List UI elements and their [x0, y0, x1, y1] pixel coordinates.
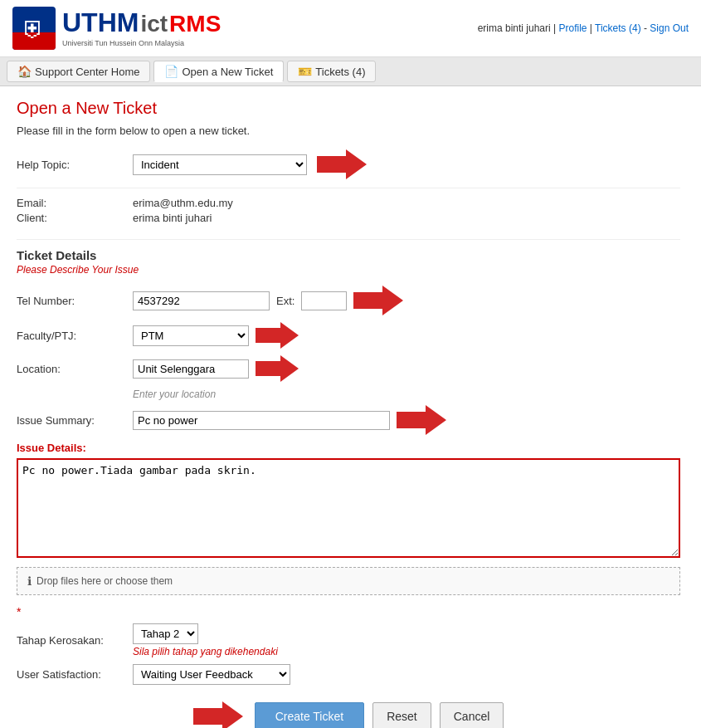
logo-ict: ict	[140, 11, 168, 37]
summary-row: Issue Summary:	[17, 405, 680, 435]
uthm-logo-shield	[12, 7, 56, 50]
logo-rms: RMS	[169, 11, 221, 37]
page-subtitle: Please fill in the form below to open a …	[17, 125, 680, 137]
logo-uthm: UTHM	[62, 9, 139, 36]
profile-link[interactable]: Profile	[558, 22, 587, 34]
satisfaction-input-group: Waiting User Feedback Satisfied Unsatisf…	[133, 664, 290, 685]
create-ticket-button[interactable]: Create Ticket	[255, 702, 364, 728]
summary-input-group	[133, 405, 446, 435]
tel-row: Tel Number: Ext:	[17, 286, 680, 315]
reset-button[interactable]: Reset	[372, 702, 431, 728]
info-icon: ℹ	[27, 574, 32, 588]
tahap-label: Tahap Kerosakan:	[17, 634, 133, 647]
tahap-select[interactable]: Tahap 1 Tahap 2 Tahap 3	[133, 623, 198, 644]
faculty-input-group: PTM FPTP FKEE	[133, 322, 299, 349]
email-value: erima@uthm.edu.my	[133, 197, 233, 209]
drop-files-text: Drop files here or choose them	[37, 575, 173, 587]
home-icon: 🏠	[17, 65, 32, 78]
faculty-label: Faculty/PTJ:	[17, 330, 133, 342]
details-section: Issue Details: Pc no power.Tiada gambar …	[17, 442, 680, 560]
client-value: erima binti juhari	[133, 212, 212, 224]
ext-label: Ext:	[276, 295, 295, 307]
ext-input[interactable]	[301, 291, 347, 310]
client-label: Client:	[17, 212, 133, 224]
svg-marker-3	[256, 355, 299, 382]
arrow-annotation-create	[193, 701, 243, 728]
faculty-row: Faculty/PTJ: PTM FPTP FKEE	[17, 322, 680, 349]
email-row: Email: erima@uthm.edu.my	[17, 197, 680, 209]
details-label: Issue Details:	[17, 442, 680, 454]
help-topic-row: Help Topic: Incident Service Request Gen…	[17, 149, 680, 188]
tickets-link[interactable]: Tickets (4)	[595, 22, 641, 34]
nav-open-label: Open a New Ticket	[182, 66, 273, 78]
user-nav: erima binti juhari | Profile | Tickets (…	[478, 22, 689, 34]
required-indicator: *	[17, 605, 680, 618]
location-row: Location:	[17, 355, 680, 382]
satisfaction-row: User Satisfaction: Waiting User Feedback…	[17, 664, 680, 685]
nav-support-label: Support Center Home	[35, 66, 139, 78]
help-topic-select[interactable]: Incident Service Request General Inquiry	[133, 154, 307, 175]
ticket-details-section: Ticket Details Please Describe Your Issu…	[17, 248, 680, 685]
arrow-annotation-5	[397, 405, 446, 435]
svg-marker-2	[256, 322, 299, 349]
arrow-annotation-4	[256, 355, 299, 382]
page-title: Open a New Ticket	[17, 99, 680, 118]
required-star: *	[17, 605, 21, 618]
cancel-button[interactable]: Cancel	[440, 702, 504, 728]
tahap-input-group: Tahap 1 Tahap 2 Tahap 3 Sila pilih tahap…	[133, 623, 278, 657]
user-name: erima binti juhari	[478, 22, 551, 34]
tickets-icon: 🎫	[298, 65, 312, 78]
svg-marker-4	[397, 405, 446, 435]
top-header: UTHM ictRMS Universiti Tun Hussein Onn M…	[0, 0, 701, 57]
arrow-annotation-2	[353, 286, 403, 315]
location-input[interactable]	[133, 359, 249, 379]
arrow-annotation-1	[317, 149, 367, 179]
logo-area: UTHM ictRMS Universiti Tun Hussein Onn M…	[12, 7, 221, 50]
drop-files-area[interactable]: ℹ Drop files here or choose them	[17, 567, 680, 595]
nav-support-center[interactable]: 🏠 Support Center Home	[7, 61, 150, 82]
satisfaction-select[interactable]: Waiting User Feedback Satisfied Unsatisf…	[133, 664, 290, 685]
buttons-row: Create Ticket Reset Cancel	[17, 701, 680, 728]
nav-open-ticket[interactable]: 📄 Open a New Ticket	[153, 61, 284, 82]
location-label: Location:	[17, 363, 133, 375]
help-topic-label: Help Topic:	[17, 159, 133, 171]
nav-bar: 🏠 Support Center Home 📄 Open a New Ticke…	[0, 57, 701, 86]
faculty-select[interactable]: PTM FPTP FKEE	[133, 325, 249, 346]
svg-marker-5	[193, 701, 243, 728]
new-ticket-icon: 📄	[164, 65, 178, 78]
arrow-annotation-3	[256, 322, 299, 349]
svg-marker-0	[317, 149, 367, 179]
nav-tickets[interactable]: 🎫 Tickets (4)	[287, 61, 376, 82]
tahap-hint: Sila pilih tahap yang dikehendaki	[133, 646, 278, 657]
tahap-row: Tahap Kerosakan: Tahap 1 Tahap 2 Tahap 3…	[17, 623, 680, 657]
location-input-group	[133, 355, 299, 382]
tel-input[interactable]	[133, 291, 270, 310]
signout-link[interactable]: Sign Out	[650, 22, 689, 34]
summary-input[interactable]	[133, 411, 390, 430]
client-row: Client: erima binti juhari	[17, 212, 680, 224]
ticket-details-subtitle: Please Describe Your Issue	[17, 264, 680, 276]
ticket-details-title: Ticket Details	[17, 248, 680, 262]
location-hint: Enter your location	[133, 388, 680, 400]
details-textarea[interactable]: Pc no power.Tiada gambar pada skrin.	[17, 458, 680, 558]
tel-label: Tel Number:	[17, 295, 133, 307]
svg-marker-1	[353, 286, 403, 315]
summary-label: Issue Summary:	[17, 414, 133, 427]
satisfaction-label: User Satisfaction:	[17, 668, 133, 681]
main-content: Open a New Ticket Please fill in the for…	[0, 86, 697, 728]
email-client-block: Email: erima@uthm.edu.my Client: erima b…	[17, 197, 680, 240]
logo-subtitle: Universiti Tun Hussein Onn Malaysia	[62, 39, 221, 47]
tel-input-group: Ext:	[133, 286, 403, 315]
nav-tickets-label: Tickets (4)	[315, 66, 365, 78]
email-label: Email:	[17, 197, 133, 209]
logo-text-group: UTHM ictRMS Universiti Tun Hussein Onn M…	[62, 9, 221, 47]
